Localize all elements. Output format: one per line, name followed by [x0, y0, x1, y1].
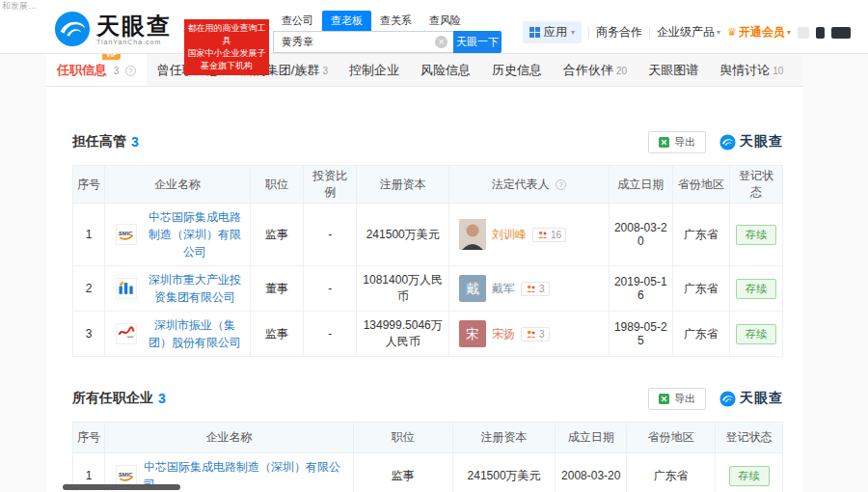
- all-positions-table: 序号 企业名称 职位 注册资本 成立日期 省份地区 登记状态 1 SMIC: [72, 422, 783, 492]
- partner-count-badge[interactable]: 16: [532, 228, 566, 242]
- banner-line2: 国家中小企业发展子基金旗下机构: [186, 47, 267, 72]
- cell-region: 广东省: [672, 312, 729, 357]
- tianyancha-watermark: 天眼查: [719, 390, 783, 407]
- cell-ratio: -: [304, 204, 357, 266]
- search-tab-boss[interactable]: 查老板: [322, 11, 371, 31]
- col-header-position: 职位: [251, 166, 304, 204]
- cell-capital: 134999.5046万人民币: [357, 312, 449, 357]
- people-icon: [537, 231, 548, 239]
- export-button[interactable]: 导出: [648, 131, 706, 153]
- partner-count-badge[interactable]: 3: [521, 282, 550, 296]
- tianyancha-watermark-icon: [719, 391, 736, 407]
- col-header-company: 企业名称: [105, 423, 354, 453]
- search-button[interactable]: 天眼一下: [453, 31, 502, 53]
- nav-tab-history-info[interactable]: 历史信息: [481, 54, 553, 86]
- tianyancha-logo[interactable]: 天眼查 TianYanCha.com: [54, 11, 172, 47]
- company-link[interactable]: 深圳市重大产业投资集团有限公司: [144, 271, 246, 306]
- user-widget[interactable]: [816, 27, 825, 39]
- avatar[interactable]: [798, 27, 809, 39]
- logo-domain: TianYanCha.com: [96, 39, 172, 45]
- export-label: 导出: [674, 135, 695, 150]
- col-header-region: 省份地区: [627, 423, 716, 453]
- apps-menu[interactable]: 应用 ▾: [523, 21, 582, 43]
- left-gutter: [0, 54, 46, 492]
- excel-icon: [659, 137, 669, 148]
- export-button[interactable]: 导出: [648, 388, 706, 410]
- search-tab-risk[interactable]: 查风险: [420, 11, 470, 31]
- section-title: 所有任职企业: [72, 390, 153, 407]
- nav-tab-partners[interactable]: 合作伙伴20: [553, 54, 637, 86]
- search-box: 查公司 查老板 查关系 查风险 × 天眼一下: [273, 11, 502, 53]
- col-header-capital: 注册资本: [452, 423, 556, 453]
- nav-tab-label: 任职信息: [57, 63, 107, 77]
- zhenye-logo: [116, 323, 137, 344]
- horizontal-scrollbar[interactable]: [63, 484, 180, 490]
- legal-rep-link[interactable]: 宋扬: [492, 326, 515, 342]
- col-header-status: 登记状态: [729, 166, 782, 204]
- col-header-company: 企业名称: [105, 166, 251, 204]
- enterprise-products-link[interactable]: 企业级产品 ▾: [657, 24, 720, 41]
- svg-text:SMIC: SMIC: [119, 231, 133, 236]
- col-header-legal-label: 法定代表人: [492, 178, 550, 191]
- smic-logo: SMIC: [116, 224, 137, 245]
- executive-positions-table: 序号 企业名称 职位 投资比例 注册资本 法定代表人 ? 成立日期 省份地区 登…: [72, 165, 783, 357]
- page-top-fragment: 和发展…: [2, 0, 37, 13]
- search-tab-company[interactable]: 查公司: [273, 11, 322, 31]
- nav-tab-controlled-companies[interactable]: 控制企业: [339, 54, 410, 86]
- cell-no: 1: [73, 204, 105, 266]
- cell-date: 2019-05-16: [609, 266, 672, 312]
- apps-label: 应用: [544, 24, 567, 41]
- search-input[interactable]: [273, 31, 453, 53]
- section-executive-positions: 担任高管 3 导出 天眼查: [72, 87, 783, 357]
- cell-region: 广东省: [672, 204, 729, 266]
- user-widget-secondary[interactable]: [831, 27, 851, 39]
- top-header: 天眼查 TianYanCha.com 都在用的商业查询工具 国家中小企业发展子基…: [0, 0, 868, 54]
- clear-icon[interactable]: ×: [435, 36, 448, 48]
- col-header-position: 职位: [353, 423, 452, 453]
- col-header-legal-rep: 法定代表人 ?: [449, 166, 610, 204]
- svg-text:SMIC: SMIC: [119, 472, 133, 478]
- cell-position: 监事: [251, 204, 304, 266]
- table-row: 1 SMIC 中芯国际集成电路制造（深圳）有限公司 监事 - 241500万美元: [73, 204, 783, 266]
- business-cooperation-link[interactable]: 商务合作: [596, 24, 642, 41]
- legal-rep-avatar[interactable]: 宋: [459, 320, 486, 347]
- col-header-region: 省份地区: [672, 166, 729, 204]
- company-link[interactable]: 中芯国际集成电路制造（深圳）有限公司: [144, 208, 246, 260]
- company-link[interactable]: 深圳市振业（集团）股份有限公司: [144, 316, 246, 351]
- help-icon[interactable]: ?: [125, 66, 136, 76]
- col-header-capital: 注册资本: [357, 166, 449, 204]
- main-content: 担任高管 3 导出 天眼查: [46, 87, 802, 492]
- cell-ratio: -: [304, 266, 357, 312]
- legal-rep-photo[interactable]: [459, 219, 486, 250]
- section-count: 3: [158, 391, 166, 406]
- table-header-row: 序号 企业名称 职位 投资比例 注册资本 法定代表人 ? 成立日期 省份地区 登…: [73, 166, 783, 204]
- export-label: 导出: [674, 392, 695, 406]
- nav-tab-public-opinion[interactable]: 舆情讨论10: [709, 54, 794, 86]
- nav-tab-graph[interactable]: 天眼图谱: [637, 54, 709, 86]
- search-tab-relation[interactable]: 查关系: [371, 11, 420, 31]
- smic-logo: SMIC: [116, 465, 137, 486]
- nav-tab-risk-info[interactable]: 风险信息: [410, 54, 481, 86]
- nav-tab-positions[interactable]: VIP 任职信息 3 ?: [46, 54, 147, 86]
- legal-rep-link[interactable]: 刘训峰: [492, 227, 527, 243]
- cell-capital: 241500万美元: [357, 204, 449, 266]
- watermark-label: 天眼查: [740, 133, 783, 150]
- status-badge: 存续: [736, 225, 776, 245]
- status-badge: 存续: [736, 279, 776, 299]
- cell-date: 2008-03-20: [609, 204, 672, 266]
- legal-rep-link[interactable]: 戴军: [492, 281, 515, 297]
- status-badge: 存续: [736, 324, 776, 344]
- cell-ratio: -: [304, 312, 357, 357]
- col-header-date: 成立日期: [609, 166, 672, 204]
- vip-membership-link[interactable]: ♛ 开通会员 ▾: [727, 24, 791, 41]
- people-icon: [526, 285, 536, 293]
- legal-rep-avatar[interactable]: 戴: [459, 275, 486, 302]
- nav-tab-label: 控制企业: [349, 63, 399, 77]
- caret-down-icon: ▾: [717, 28, 720, 37]
- logo-name: 天眼查: [96, 14, 172, 39]
- nav-tab-count: 3: [114, 66, 120, 76]
- help-icon[interactable]: ?: [556, 179, 566, 190]
- people-icon: [526, 330, 536, 339]
- partner-count-badge[interactable]: 3: [521, 327, 550, 342]
- col-header-no: 序号: [73, 166, 105, 204]
